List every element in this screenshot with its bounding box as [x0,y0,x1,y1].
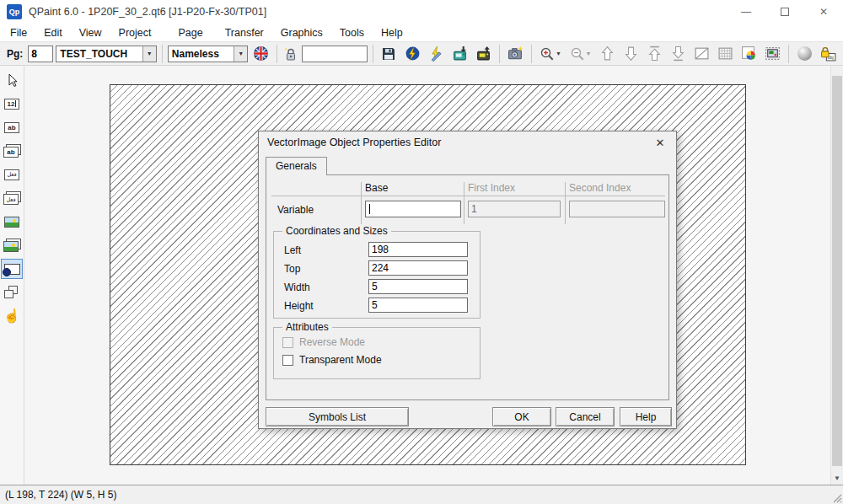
numeric-field-icon: 12 [4,99,19,110]
menu-transfer[interactable]: Transfer [217,25,272,40]
coordinates-groupbox: Coordinates and Sizes Left Top Width Hei… [273,231,481,319]
menu-file[interactable]: File [2,25,35,40]
menu-bar: File Edit View Project Page Transfer Gra… [0,24,843,41]
menu-project[interactable]: Project [110,25,160,40]
globe-icon [253,46,269,62]
screen-properties-button[interactable] [762,44,783,64]
numeric-field-tool[interactable]: 12 [1,94,23,114]
touch-area-tool[interactable]: ☝ [1,306,23,326]
duplicate-icon [4,286,19,299]
lock-button[interactable] [282,44,298,64]
help-button[interactable]: Help [620,407,672,426]
transparent-box-button[interactable] [691,44,712,64]
zoom-out-icon [570,46,585,62]
scroll-down-icon[interactable]: ▼ [831,475,843,482]
left-input[interactable] [368,242,468,257]
screenshot-button[interactable] [505,44,526,64]
save-button[interactable] [379,44,400,64]
selection-tool[interactable] [1,70,23,90]
diagonal-box-icon [694,46,710,62]
maximize-button[interactable] [765,0,804,24]
move-down-button[interactable] [620,44,642,64]
object-lock-icon: obj [819,45,837,62]
menu-edit[interactable]: Edit [35,25,71,40]
resize-grip[interactable] [831,492,842,503]
width-label: Width [284,281,310,293]
reverse-mode-checkbox [282,337,293,348]
lock-code-input[interactable] [302,46,368,62]
quick-compile-button[interactable] [426,44,447,64]
upload-from-device-button[interactable] [473,44,494,64]
tab-generals[interactable]: Generals [266,157,327,175]
title-bar[interactable]: Qp QPaint 6.0 - 1P20F_30_2.qt6 [J1-P20-F… [0,0,843,24]
arrow-to-bottom-icon [672,46,685,62]
multi-message-field-icon: فعل [3,191,20,205]
width-input[interactable] [368,279,468,294]
move-to-bottom-button[interactable] [668,44,689,64]
compile-button[interactable] [402,44,423,64]
chevron-down-icon[interactable]: ▼ [234,46,247,62]
image-field-tool[interactable] [1,212,23,232]
reverse-mode-label: Reverse Mode [299,336,365,348]
menu-tools[interactable]: Tools [331,25,373,40]
maximize-icon [781,8,789,16]
menu-page[interactable]: Page [169,25,211,40]
chevron-down-icon[interactable]: ▼ [586,51,592,56]
minimize-button[interactable]: — [727,0,765,24]
cancel-button[interactable]: Cancel [556,407,615,426]
color-palette-button[interactable] [738,44,760,64]
tool-palette: 12 ab ab فعل فعل [0,66,24,485]
move-up-button[interactable] [597,44,618,64]
sphere-icon [797,46,812,61]
toolbar-separator [499,45,500,63]
multi-image-field-tool[interactable] [1,235,23,255]
transparent-mode-checkbox[interactable] [282,355,293,366]
dialog-close-button[interactable]: ✕ [651,134,669,151]
qpaint-window: Qp QPaint 6.0 - 1P20F_30_2.qt6 [J1-P20-F… [0,0,843,504]
text-caret [369,204,370,214]
height-label: Height [284,300,314,312]
menu-graphics[interactable]: Graphics [272,25,331,40]
chevron-down-icon[interactable]: ▼ [556,51,561,56]
tag-name-combo[interactable]: Nameless ▼ [168,46,248,62]
arrow-to-top-icon [648,46,661,62]
chevron-down-icon[interactable]: ▼ [142,46,156,62]
language-globe-button[interactable] [250,44,271,64]
window-title: QPaint 6.0 - 1P20F_30_2.qt6 [J1-P20-Fx-3… [29,6,266,18]
attributes-groupbox: Attributes Reverse Mode Transparent Mode [273,327,481,379]
ok-button[interactable]: OK [492,407,551,426]
duplicate-object-tool[interactable] [1,282,23,303]
symbols-list-button[interactable]: Symbols List [266,407,409,426]
top-input[interactable] [368,260,468,276]
screen-icon [765,46,781,62]
transparent-mode-row[interactable]: Transparent Mode [282,354,382,366]
grid-button[interactable] [715,44,736,64]
text-field-tool[interactable]: ab [1,117,23,137]
menu-help[interactable]: Help [373,25,411,40]
close-button[interactable]: ✕ [804,0,843,24]
variable-base-wrap [365,201,461,217]
height-input[interactable] [368,298,468,313]
page-name-combo[interactable]: TEST_TOUCH ▼ [56,46,156,62]
zoom-out-button[interactable]: ▼ [566,44,594,64]
multi-text-field-tool[interactable]: ab [1,141,23,161]
render-sphere-button[interactable] [794,44,815,64]
text-field-icon: ab [4,122,19,133]
page-number-input[interactable] [28,46,53,62]
download-to-device-button[interactable] [449,44,470,64]
multi-message-field-tool[interactable]: فعل [1,188,23,208]
column-header-second-index: Second Index [569,182,631,194]
vertical-scrollbar[interactable]: ▼ [830,66,843,485]
vector-image-tool[interactable] [1,259,23,279]
message-field-tool[interactable]: فعل [1,164,23,185]
dialog-title-bar[interactable]: VectorImage Object Properties Editor ✕ [259,131,676,153]
zoom-in-button[interactable]: ▼ [537,44,565,64]
menu-view[interactable]: View [71,25,110,40]
variable-row-label: Variable [277,204,314,216]
image-field-icon [4,217,19,228]
move-to-top-button[interactable] [644,44,665,64]
variable-base-input[interactable] [365,201,461,217]
variable-first-index-input [468,201,561,217]
object-lock-button[interactable]: obj [818,44,839,64]
scrollbar-thumb[interactable] [832,76,842,466]
